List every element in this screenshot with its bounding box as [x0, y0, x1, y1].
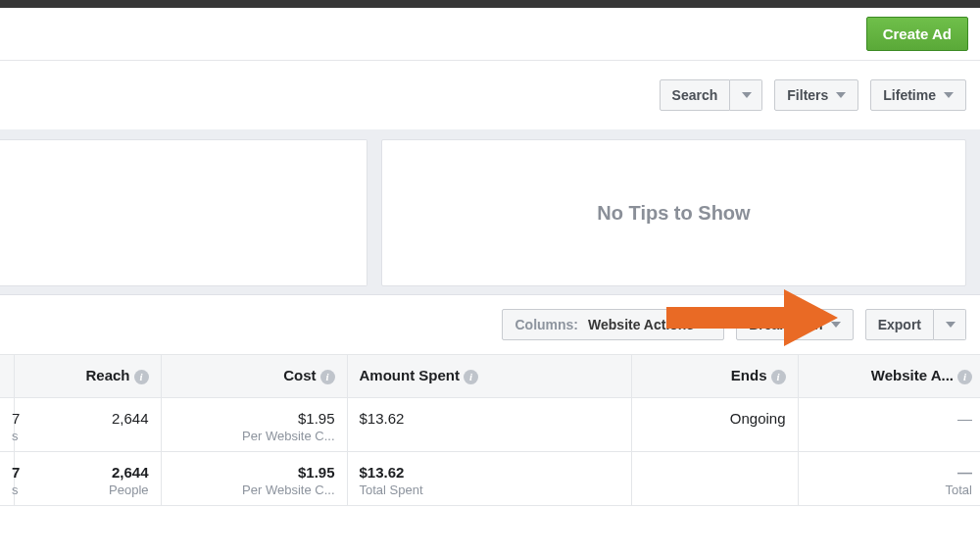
header: Create Ad — [0, 8, 980, 61]
breakdown-button[interactable]: Breakdown — [736, 309, 853, 340]
cell-amount-spent: $13.62Total Spent — [347, 452, 631, 506]
col-amount-label: Amount Spent — [360, 367, 461, 383]
cell-amount-spent: $13.62 — [347, 398, 631, 452]
caret-down-icon — [836, 92, 846, 98]
content-area: No Tips to Show Columns: Website Actions… — [0, 129, 980, 506]
col-web-label: Website A... — [871, 367, 954, 383]
search-button[interactable]: Search — [660, 79, 731, 111]
table-row[interactable]: 7s 2,644 $1.95Per Website C... $13.62 On… — [0, 398, 980, 452]
columns-value: Website Actions — [588, 317, 694, 332]
col-stub[interactable] — [0, 355, 14, 398]
col-reach-label: Reach — [85, 367, 129, 383]
date-range-label: Lifetime — [883, 87, 936, 103]
export-button[interactable]: Export — [865, 309, 934, 340]
export-button-group: Export — [865, 309, 966, 340]
cell-reach: 2,644People — [14, 452, 161, 506]
breakdown-label: Breakdown — [749, 317, 822, 332]
caret-down-icon — [831, 322, 841, 328]
col-website-actions[interactable]: Website A...i — [798, 355, 980, 398]
cell-cost: $1.95Per Website C... — [161, 398, 347, 452]
table-header-row: Reachi Costi Amount Spenti Endsi Website… — [0, 355, 980, 398]
results-table: Reachi Costi Amount Spenti Endsi Website… — [0, 354, 980, 506]
export-dropdown-button[interactable] — [934, 309, 966, 340]
cell-stub: 7s — [0, 452, 14, 506]
cell-ends: Ongoing — [631, 398, 798, 452]
columns-button[interactable]: Columns: Website Actions — [502, 309, 724, 340]
date-range-button[interactable]: Lifetime — [870, 79, 966, 111]
search-dropdown-button[interactable] — [730, 79, 762, 111]
caret-down-icon — [742, 92, 752, 98]
columns-prefix: Columns: — [514, 317, 578, 332]
table-totals-row: 7s 2,644People $1.95Per Website C... $13… — [0, 452, 980, 506]
caret-down-icon — [944, 92, 954, 98]
cell-cost: $1.95Per Website C... — [161, 452, 347, 506]
tips-card: No Tips to Show — [381, 139, 966, 286]
window-top-strip — [0, 0, 980, 8]
col-reach[interactable]: Reachi — [14, 355, 161, 398]
col-amount-spent[interactable]: Amount Spenti — [347, 355, 631, 398]
col-cost[interactable]: Costi — [161, 355, 347, 398]
caret-down-icon — [946, 322, 956, 328]
caret-down-icon — [702, 322, 711, 328]
summary-card — [0, 139, 368, 286]
toolbar: Search Filters Lifetime — [0, 61, 980, 129]
cell-website-actions: —Total — [798, 452, 980, 506]
cell-stub: 7s — [0, 398, 14, 452]
no-tips-label: No Tips to Show — [597, 202, 750, 225]
cell-ends — [631, 452, 798, 506]
filters-label: Filters — [787, 87, 828, 103]
cell-website-actions: — — [798, 398, 980, 452]
col-ends-label: Ends — [731, 367, 767, 383]
cards-row: No Tips to Show — [0, 139, 980, 294]
info-icon[interactable]: i — [771, 370, 786, 384]
info-icon[interactable]: i — [134, 370, 149, 384]
col-cost-label: Cost — [283, 367, 316, 383]
info-icon[interactable]: i — [320, 370, 335, 384]
table-toolbar: Columns: Website Actions Breakdown Expor… — [0, 294, 980, 354]
info-icon[interactable]: i — [464, 370, 478, 384]
cell-reach: 2,644 — [14, 398, 161, 452]
search-button-group: Search — [660, 79, 763, 111]
col-ends[interactable]: Endsi — [631, 355, 798, 398]
filters-button[interactable]: Filters — [774, 79, 858, 111]
info-icon[interactable]: i — [957, 370, 972, 384]
create-ad-button[interactable]: Create Ad — [866, 17, 968, 51]
